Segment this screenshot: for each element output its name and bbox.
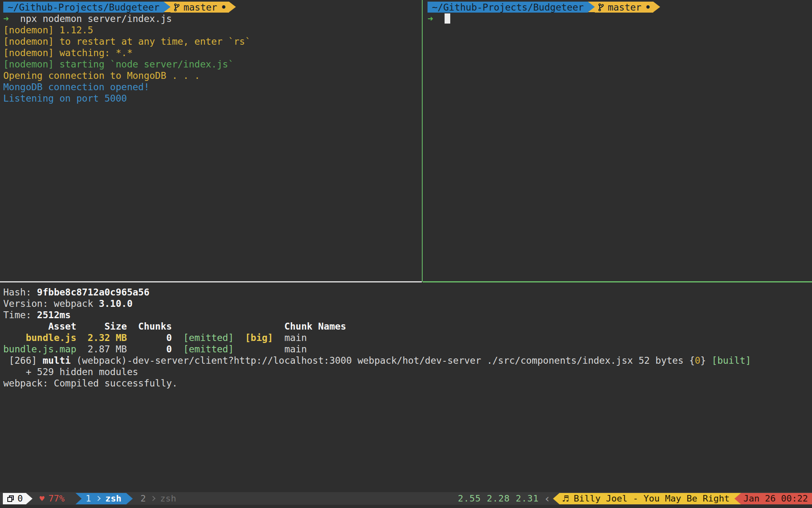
now-playing: ♬ Billy Joel - You May Be Right: [559, 493, 734, 504]
chevron-left-icon: ‹: [545, 493, 549, 504]
git-branch-icon: [174, 3, 180, 11]
terminal-line: + 529 hidden modules: [3, 366, 812, 378]
load-average: 2.55 2.28 2.31: [458, 493, 539, 504]
git-dirty-dot-icon: •: [221, 2, 227, 13]
prompt-branch: master: [608, 2, 641, 13]
prompt-path: ~/Github-Projects/Budgeteer: [8, 2, 160, 13]
terminal-line: [nodemon] to restart at any time, enter …: [3, 36, 422, 47]
now-playing-title: Billy Joel - You May Be Right: [574, 493, 730, 504]
terminal-line: [266] multi (webpack)-dev-server/client?…: [3, 355, 812, 366]
powerline-arrow-icon: [26, 493, 32, 504]
powerline-notch-icon: [76, 493, 82, 504]
shell-prompt: ~/Github-Projects/Budgeteer master •: [428, 2, 812, 13]
terminal-line: Asset Size Chunks Chunk Names: [3, 321, 812, 332]
text-cursor: [445, 13, 450, 24]
tab-session-2[interactable]: 2 zsh: [140, 493, 176, 504]
terminal-line: ➜ npx nodemon server/index.js: [3, 13, 422, 24]
command-line[interactable]: ➜: [428, 13, 812, 24]
terminal-line: MongoDB connection opened!: [3, 81, 422, 93]
window-indicator[interactable]: 0: [3, 493, 26, 504]
date-time: Jan 26 00:22: [743, 493, 808, 504]
powerline-arrow-icon: [126, 493, 133, 504]
status-bar: 0 ♥ 77% 1 zsh 2 zsh: [0, 492, 812, 505]
git-branch-icon: [598, 3, 604, 11]
prompt-branch: master: [184, 2, 217, 13]
powerline-arrow-icon: [588, 2, 595, 12]
powerline-arrow-icon: [229, 2, 236, 12]
terminal-line: [nodemon] watching: *.*: [3, 47, 422, 59]
prompt-path: ~/Github-Projects/Budgeteer: [432, 2, 584, 13]
terminal-line: bundle.js.map 2.87 MB 0 [emitted] main: [3, 343, 812, 355]
webpack-output: Hash: 9fbbe8c8712a0c965a56Version: webpa…: [3, 287, 812, 389]
terminal-screen: ~/Github-Projects/Budgeteer master • ➜ n…: [0, 0, 812, 508]
powerline-arrow-icon: [164, 2, 171, 12]
battery-percent: 77%: [48, 493, 65, 504]
window-number: 0: [17, 493, 23, 504]
git-dirty-dot-icon: •: [645, 2, 651, 13]
shell-prompt: ~/Github-Projects/Budgeteer master •: [3, 2, 422, 13]
powerline-arrow-left-icon: [734, 493, 741, 504]
prompt-git-segment: master •: [171, 2, 229, 13]
session-index: 2: [140, 493, 146, 504]
terminal-line: Hash: 9fbbe8c8712a0c965a56: [3, 287, 812, 298]
powerline-arrow-icon: [653, 2, 660, 12]
window-icon: [7, 495, 14, 502]
tab-session-1[interactable]: 1 zsh: [76, 493, 133, 504]
heart-icon: ♥: [39, 493, 44, 504]
terminal-line: webpack: Compiled successfully.: [3, 378, 812, 389]
pane-idle-shell[interactable]: ~/Github-Projects/Budgeteer master • ➜: [423, 0, 812, 281]
server-output: ➜ npx nodemon server/index.js[nodemon] 1…: [3, 13, 422, 104]
terminal-line: [nodemon] starting `node server/index.js…: [3, 59, 422, 70]
prompt-arrow-icon: ➜: [428, 13, 433, 24]
vertical-pane-divider[interactable]: [422, 0, 423, 282]
status-bar-left: 0 ♥ 77% 1 zsh 2 zsh: [3, 493, 176, 504]
prompt-path-segment: ~/Github-Projects/Budgeteer: [3, 2, 164, 13]
music-note-icon: ♬: [562, 493, 569, 504]
battery-status: ♥ 77%: [39, 493, 65, 504]
session-index: 1: [86, 493, 91, 504]
prompt-path-segment: ~/Github-Projects/Budgeteer: [428, 2, 588, 13]
session-name: zsh: [160, 493, 176, 504]
chevron-right-icon: [95, 496, 101, 501]
clock: Jan 26 00:22: [741, 493, 812, 504]
terminal-line: [nodemon] 1.12.5: [3, 24, 422, 36]
powerline-arrow-left-icon: [553, 493, 559, 504]
chevron-right-icon: [150, 496, 155, 501]
terminal-line: Opening connection to MongoDB . . .: [3, 70, 422, 81]
pane-server[interactable]: ~/Github-Projects/Budgeteer master • ➜ n…: [0, 0, 422, 281]
terminal-line: Time: 2512ms: [3, 309, 812, 321]
terminal-line: bundle.js 2.32 MB 0 [emitted] [big] main: [3, 332, 812, 343]
terminal-line: Version: webpack 3.10.0: [3, 298, 812, 309]
pane-webpack[interactable]: Hash: 9fbbe8c8712a0c965a56Version: webpa…: [0, 281, 812, 492]
prompt-git-segment: master •: [595, 2, 653, 13]
terminal-line: Listening on port 5000: [3, 93, 422, 104]
session-name: zsh: [105, 493, 121, 504]
status-bar-right: 2.55 2.28 2.31 ‹ ♬ Billy Joel - You May …: [458, 493, 812, 504]
